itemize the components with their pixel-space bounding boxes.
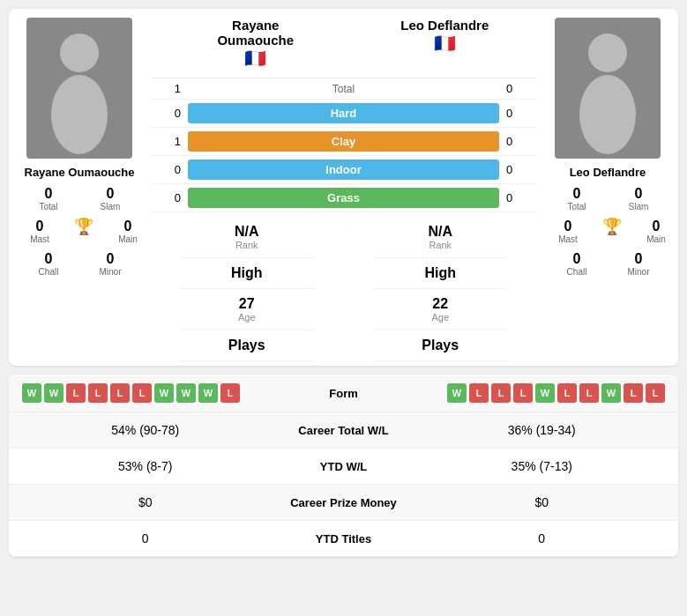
career-prize-row: $0 Career Prize Money $0 xyxy=(9,485,678,521)
form-badge-l: L xyxy=(579,383,599,403)
left-trophy-icon: 🏆 xyxy=(74,219,93,234)
hard-left-val: 0 xyxy=(154,107,181,120)
right-mast-value: 0 xyxy=(564,219,572,234)
right-slam-label: Slam xyxy=(629,202,649,212)
svg-point-1 xyxy=(51,75,108,154)
left-plays-row: Plays xyxy=(181,330,313,361)
form-badge-l: L xyxy=(557,383,577,403)
form-label: Form xyxy=(291,387,397,400)
right-minor-value: 0 xyxy=(635,251,643,267)
ytd-wl-label: YTD W/L xyxy=(265,460,423,473)
indoor-button: Indoor xyxy=(188,160,499,180)
right-flag: 🇫🇷 xyxy=(434,33,456,54)
left-rank-value: N/A xyxy=(235,224,259,240)
right-info-box: N/A Rank High 22 Age Plays xyxy=(370,212,511,366)
career-prize-right: $0 xyxy=(423,495,661,509)
form-badge-l: L xyxy=(66,383,86,403)
right-main-value: 0 xyxy=(653,219,661,234)
total-row: 1 Total 0 xyxy=(150,78,537,100)
grass-row: 0 Grass 0 xyxy=(150,184,537,212)
right-form-badges: WLLLWLLWLL xyxy=(397,383,666,403)
player-comparison-card: Rayane Oumaouche 0 Total 0 Slam 0 Mast xyxy=(9,9,678,366)
form-badge-l: L xyxy=(220,383,240,403)
grass-right-val: 0 xyxy=(506,191,533,204)
left-total-value: 0 xyxy=(45,186,53,202)
right-plays-value: Plays xyxy=(422,338,459,353)
total-center-label: Total xyxy=(181,83,506,95)
ytd-wl-row: 53% (8-7) YTD W/L 35% (7-13) xyxy=(9,449,678,485)
left-header-name: Rayane Oumaouche xyxy=(198,18,313,48)
svg-point-2 xyxy=(588,33,627,72)
hard-button: Hard xyxy=(188,103,499,123)
left-age-value: 27 xyxy=(239,296,255,312)
career-total-label: Career Total W/L xyxy=(265,424,423,437)
form-badge-l: L xyxy=(110,383,130,403)
svg-point-0 xyxy=(60,33,99,72)
career-total-row: 54% (90-78) Career Total W/L 36% (19-34) xyxy=(9,412,678,449)
left-age-row: 27 Age xyxy=(181,289,313,330)
hard-row: 0 Hard 0 xyxy=(150,100,537,128)
left-minor-value: 0 xyxy=(107,251,115,267)
left-slam-label: Slam xyxy=(101,202,121,212)
left-age-label: Age xyxy=(238,312,256,323)
left-info-box: N/A Rank High 27 Age Plays xyxy=(176,212,317,366)
left-form-badges: WWLLLLWWWL xyxy=(22,383,291,403)
form-badge-w: W xyxy=(176,383,196,403)
career-prize-left: $0 xyxy=(26,495,265,509)
form-badge-l: L xyxy=(646,383,665,403)
ytd-wl-right: 35% (7-13) xyxy=(423,459,661,473)
right-rank-value: N/A xyxy=(428,224,452,240)
form-badge-l: L xyxy=(469,383,489,403)
right-slam-value: 0 xyxy=(635,186,643,202)
indoor-row: 0 Indoor 0 xyxy=(150,156,537,184)
indoor-right-val: 0 xyxy=(506,163,533,176)
left-header-name-col: Rayane Oumaouche 🇫🇷 xyxy=(198,18,313,69)
right-high-row: High xyxy=(374,258,506,289)
left-chall-value: 0 xyxy=(45,251,53,267)
total-right-val: 0 xyxy=(506,82,533,95)
right-total-value: 0 xyxy=(573,186,581,202)
right-rank-row: N/A Rank xyxy=(374,217,506,258)
left-player-name: Rayane Oumaouche xyxy=(25,166,135,179)
form-badge-l: L xyxy=(88,383,108,403)
left-flag: 🇫🇷 xyxy=(244,48,266,69)
right-main-label: Main xyxy=(646,234,666,244)
career-total-right: 36% (19-34) xyxy=(423,423,661,437)
right-age-value: 22 xyxy=(432,296,448,312)
left-main-label: Main xyxy=(118,234,138,244)
right-player-name: Leo Deflandre xyxy=(570,166,646,179)
form-badge-w: W xyxy=(447,383,467,403)
svg-point-3 xyxy=(579,75,636,154)
ytd-wl-left: 53% (8-7) xyxy=(26,459,265,473)
left-rank-label: Rank xyxy=(235,240,258,250)
left-rank-row: N/A Rank xyxy=(181,217,313,258)
surface-stats: 1 Total 0 0 Hard 0 1 Clay 0 xyxy=(150,78,537,212)
left-player-avatar xyxy=(26,18,132,159)
indoor-left-val: 0 xyxy=(154,163,181,176)
right-player-card: Leo Deflandre 0 Total 0 Slam 0 Mast xyxy=(537,9,678,366)
ytd-titles-label: YTD Titles xyxy=(265,532,423,545)
left-high-value: High xyxy=(231,265,263,281)
form-row: WWLLLLWWWL Form WLLLWLLWLL xyxy=(9,375,678,412)
form-badge-w: W xyxy=(154,383,174,403)
form-badge-l: L xyxy=(132,383,152,403)
right-trophy-icon: 🏆 xyxy=(602,219,622,234)
form-badge-w: W xyxy=(535,383,555,403)
ytd-titles-right: 0 xyxy=(423,531,661,545)
form-badge-w: W xyxy=(22,383,41,403)
clay-left-val: 1 xyxy=(154,135,181,148)
left-mast-label: Mast xyxy=(30,234,49,244)
career-prize-label: Career Prize Money xyxy=(265,496,423,509)
right-mast-label: Mast xyxy=(558,234,578,244)
left-player-card: Rayane Oumaouche 0 Total 0 Slam 0 Mast xyxy=(9,9,150,366)
grass-left-val: 0 xyxy=(154,191,181,204)
left-player-stats: 0 Total 0 Slam 0 Mast 🏆 xyxy=(18,186,141,277)
grass-button: Grass xyxy=(188,188,499,208)
left-slam-value: 0 xyxy=(107,186,115,202)
left-plays-value: Plays xyxy=(228,338,265,353)
clay-button: Clay xyxy=(188,131,499,152)
right-minor-label: Minor xyxy=(627,267,649,277)
career-total-left: 54% (90-78) xyxy=(26,423,265,437)
middle-section: Rayane Oumaouche 🇫🇷 Leo Deflandre 🇫🇷 1 T… xyxy=(150,9,537,366)
clay-row: 1 Clay 0 xyxy=(150,128,537,156)
